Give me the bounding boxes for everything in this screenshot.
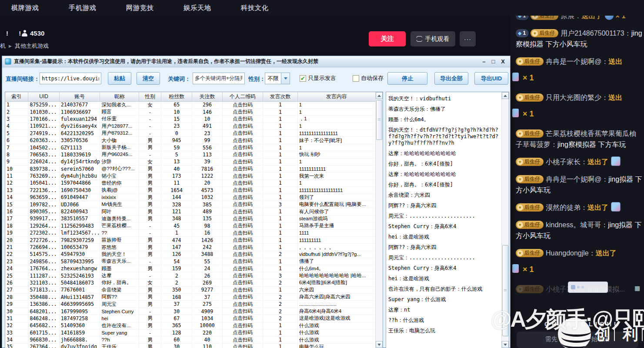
qr-scan-cell[interactable]: 点击扫码: [222, 137, 263, 144]
table-row[interactable]: 32645682...51409360也许在没有...男36510000点击扫码…: [5, 322, 376, 329]
table-row[interactable]: 20272726...79829307259苗族帅哥男4741426点击扫码11…: [5, 236, 376, 243]
table-row[interactable]: 16890305...822400943阿叶男121489点击扫码1有人问候你了: [5, 208, 376, 215]
qr-scan-cell[interactable]: 点击扫码: [222, 272, 263, 279]
table-row[interactable]: 7104502...GZY1113新版关子杨...男59556点击扫码11: [5, 144, 376, 151]
export-all-button[interactable]: 导出全部: [434, 72, 468, 85]
qr-scan-cell[interactable]: 点击扫码: [222, 208, 263, 215]
table-row[interactable]: 35267364...dy7uv3fnojdg王佳乐男30110点击扫码1电脑怎…: [5, 343, 376, 348]
login-link[interactable]: 登录: [559, 335, 571, 343]
qr-scan-cell[interactable]: 点击扫码: [222, 116, 263, 123]
breadcrumb-category[interactable]: 其他主机游戏: [15, 42, 49, 50]
table-scroll-thumb[interactable]: [376, 100, 382, 140]
table-row[interactable]: 22514575...45947930我的天空！男1263488点击扫码2vid…: [5, 251, 376, 258]
scroll-down-icon[interactable]: [376, 341, 383, 348]
table-row[interactable]: 15109782...UDJ066Mr钱先生男328385点击扫码3电脑要什么配…: [5, 201, 376, 208]
qr-scan-cell[interactable]: 点击扫码: [222, 315, 263, 322]
follow-button[interactable]: 关注: [369, 31, 406, 46]
qr-scan-cell[interactable]: 点击扫码: [222, 158, 263, 165]
table-header-row[interactable]: 索引UID账号昵称性别粉丝数关注数个人二维码发言次数发言内容: [5, 92, 376, 101]
qr-scan-cell[interactable]: 点击扫码: [222, 279, 263, 286]
table-row[interactable]: 29136386...46639995695周元宝男37275点击扫码2....…: [5, 301, 376, 308]
table-row[interactable]: 2101030...1106936697顾言-10146点击扫码11: [5, 108, 376, 115]
qr-scan-cell[interactable]: 点击扫码: [222, 187, 263, 194]
table-row[interactable]: 27571813...77676001余音绕梁男3509277点击扫码1六米四: [5, 286, 376, 293]
live-link-input[interactable]: [40, 73, 101, 84]
qr-scan-cell[interactable]: 点击扫码: [222, 123, 263, 129]
qr-scan-cell[interactable]: 点击扫码: [222, 244, 263, 251]
table-row[interactable]: 3170166...fulexuan1294付乐萱-1510点击扫码1，1: [5, 116, 376, 123]
qr-scan-cell[interactable]: 点击扫码: [222, 251, 263, 258]
close-button[interactable]: X: [501, 58, 505, 65]
table-row[interactable]: 5274919...64221320295用户879312...-023点击扫码…: [5, 130, 376, 137]
qr-scan-cell[interactable]: 点击扫码: [222, 301, 263, 308]
keyword-input[interactable]: [193, 73, 245, 84]
phone-watch-button[interactable]: 手机观看: [410, 31, 455, 46]
table-row[interactable]: 26321103...50484186073你好，甜冉。女2269点击扫码26米…: [5, 279, 376, 286]
stop-button[interactable]: 停止: [387, 72, 427, 85]
column-header[interactable]: 个人二维码: [222, 92, 263, 101]
more-options-button[interactable]: ···: [460, 31, 476, 46]
table-row[interactable]: 13722136...1690750430执着j@男16544573点击扫码11…: [5, 187, 376, 194]
qr-scan-cell[interactable]: 点击扫码: [222, 166, 263, 172]
grid-icon[interactable]: ▦: [634, 285, 641, 291]
qr-scan-cell[interactable]: 点击扫码: [222, 236, 263, 243]
table-row[interactable]: 10839738...serein57060@??封心???...男407816…: [5, 166, 376, 172]
table-row[interactable]: 21726694...100653479苏悠悠男147242点击扫码1。。。。。…: [5, 244, 376, 251]
table-row[interactable]: 12105041...1597044866曾经的你男1120点击扫码11: [5, 179, 376, 186]
nav-item-entertainment[interactable]: 娱乐天地: [184, 4, 211, 12]
column-header[interactable]: 性别: [139, 92, 161, 101]
qr-scan-cell[interactable]: 点击扫码: [222, 265, 263, 272]
autosave-checkbox[interactable]: 自动保存: [353, 74, 384, 82]
qr-scan-cell[interactable]: 点击扫码: [222, 286, 263, 293]
scroll-down-icon[interactable]: [502, 341, 509, 348]
speech-log-scrollbar[interactable]: [501, 92, 509, 348]
qr-scan-cell[interactable]: 点击扫码: [222, 308, 263, 315]
nav-item-tech-culture[interactable]: 科技文化: [241, 4, 269, 12]
qr-scan-cell[interactable]: 点击扫码: [222, 294, 263, 301]
table-row[interactable]: 11763269...dym4uhjhzb8u韬小宝男1731222点击扫码1我…: [5, 172, 376, 179]
table-scrollbar[interactable]: [375, 92, 383, 348]
paste-button[interactable]: 粘贴: [108, 72, 131, 85]
qr-scan-cell[interactable]: 点击扫码: [222, 130, 263, 137]
table-row[interactable]: 31846248...187497258hei男671034点击扫码2这是啥游戏…: [5, 315, 376, 322]
speech-scroll-thumb[interactable]: [502, 245, 508, 336]
qr-scan-cell[interactable]: 点击扫码: [222, 322, 263, 329]
qr-scan-cell[interactable]: 点击扫码: [222, 151, 263, 158]
qr-scan-cell[interactable]: 点击扫码: [222, 194, 263, 201]
table-row[interactable]: 24176764...zhexueshangw顾墨男15924点击扫码1什么6m…: [5, 265, 376, 272]
qr-scan-cell[interactable]: 点击扫码: [222, 179, 263, 186]
table-row[interactable]: 18129264...11256299483芒果荔枝樱...-4598点击扫码1…: [5, 222, 376, 229]
column-header[interactable]: 发言次数: [263, 92, 297, 101]
qr-scan-cell[interactable]: 点击扫码: [222, 222, 263, 229]
qr-scan-cell[interactable]: 点击扫码: [222, 229, 263, 236]
minimize-button[interactable]: –: [482, 58, 485, 65]
column-header[interactable]: UID: [28, 92, 59, 101]
qr-scan-cell[interactable]: 点击扫码: [222, 336, 263, 343]
nav-item-board-games[interactable]: 棋牌游戏: [11, 4, 39, 12]
table-row[interactable]: 8706563...1180339619用户960245...-5113点击扫码…: [5, 151, 376, 158]
table-row[interactable]: 1875259...214037677深知我者久...女65296点击扫码11: [5, 101, 376, 108]
maximize-button[interactable]: □: [491, 58, 495, 65]
column-header[interactable]: 账号: [59, 92, 100, 101]
table-row[interactable]: 23249856...58709433995蒂森古天乐...-5455点击扫码1…: [5, 258, 376, 265]
clear-button[interactable]: 清空: [137, 72, 160, 85]
nav-item-web-games[interactable]: 网游竞技: [126, 4, 154, 12]
export-uid-button[interactable]: 导出UID: [474, 72, 508, 85]
qr-scan-cell[interactable]: 点击扫码: [222, 343, 263, 348]
qr-scan-cell[interactable]: 点击扫码: [222, 258, 263, 265]
qr-scan-cell[interactable]: 点击扫码: [222, 108, 263, 115]
table-row[interactable]: 4110921...dyv2i6saey4x用户128977...-23491点…: [5, 123, 376, 129]
window-titlebar[interactable]: 直播间采集-温馨提示：本软件仅供学习交流使用，请勿用于非法用途，违者后果自负，作…: [2, 56, 510, 67]
qr-scan-cell[interactable]: 点击扫码: [222, 201, 263, 208]
nav-item-mobile-games[interactable]: 手机游戏: [69, 4, 97, 12]
table-row[interactable]: 6620363...330570536大小铷男94599点击扫码1妹子：不公平[…: [5, 137, 376, 144]
column-header[interactable]: 粉丝数: [161, 92, 192, 101]
table-row[interactable]: 34966830...jh666888.??h男6040点击扫码1什么游戏: [5, 336, 376, 343]
scroll-up-icon[interactable]: [376, 92, 383, 99]
table-row[interactable]: 33601715...14161859Super yang-128220点击扫码…: [5, 329, 376, 336]
column-header[interactable]: 索引: [5, 92, 28, 101]
table-row[interactable]: 25111287...52325246193达摩-226点击扫码3哈哈哈哈哈哈哈…: [5, 272, 376, 279]
scroll-up-icon[interactable]: [502, 92, 509, 99]
qr-scan-cell[interactable]: 点击扫码: [222, 172, 263, 179]
table-row[interactable]: 17939917...383510557迪迦奥特曼...男348135点击扫码1…: [5, 215, 376, 222]
